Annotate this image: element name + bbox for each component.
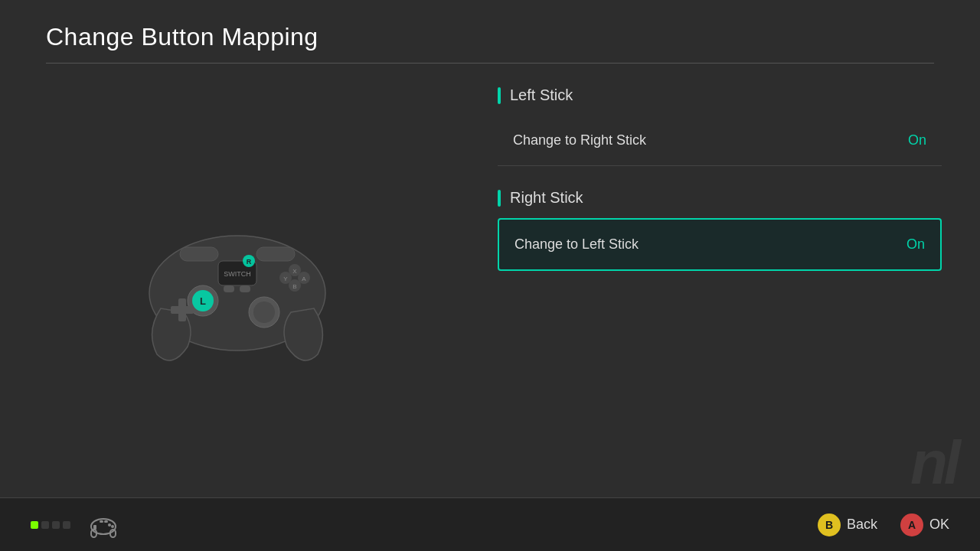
controller-svg: SWITCH L B A X Y xyxy=(130,194,345,362)
bottom-right: B Back A OK xyxy=(818,514,949,536)
svg-rect-30 xyxy=(100,520,103,523)
right-stick-section: Right Stick Change to Left Stick On xyxy=(498,189,942,271)
change-to-left-stick-value: On xyxy=(906,236,925,253)
svg-text:X: X xyxy=(292,268,297,275)
controller-illustration: SWITCH L B A X Y xyxy=(130,194,345,362)
svg-point-27 xyxy=(111,525,114,528)
bottom-left xyxy=(31,510,119,540)
header: Change Button Mapping xyxy=(0,0,980,63)
bottom-bar: B Back A OK xyxy=(0,497,980,551)
right-stick-header: Right Stick xyxy=(498,189,942,207)
controller-icon-small xyxy=(88,510,119,540)
svg-text:Y: Y xyxy=(283,276,288,282)
section-accent-right xyxy=(498,190,501,207)
change-to-left-stick-label: Change to Left Stick xyxy=(514,236,639,253)
ok-label: OK xyxy=(929,517,949,533)
section-accent-left xyxy=(498,87,501,104)
svg-text:SWITCH: SWITCH xyxy=(224,270,251,278)
back-label: Back xyxy=(847,517,877,533)
left-stick-header: Left Stick xyxy=(498,86,942,104)
svg-rect-21 xyxy=(240,285,250,292)
indicator-dots xyxy=(31,521,70,529)
svg-text:L: L xyxy=(200,295,206,307)
dot-4 xyxy=(63,521,70,529)
change-to-right-stick-value: On xyxy=(908,132,926,148)
change-to-right-stick-item[interactable]: Change to Right Stick On xyxy=(498,116,942,166)
svg-text:B: B xyxy=(292,283,296,290)
left-stick-title: Left Stick xyxy=(510,86,573,104)
dot-2 xyxy=(41,521,49,529)
svg-rect-1 xyxy=(180,247,218,261)
change-to-left-stick-item[interactable]: Change to Left Stick On xyxy=(498,218,942,271)
svg-rect-2 xyxy=(256,247,295,261)
svg-rect-11 xyxy=(178,298,186,321)
svg-point-26 xyxy=(108,523,111,527)
dot-3 xyxy=(52,521,60,529)
svg-rect-20 xyxy=(224,285,234,292)
dot-1 xyxy=(31,521,38,529)
settings-panel: Left Stick Change to Right Stick On Righ… xyxy=(475,64,980,492)
page-title: Change Button Mapping xyxy=(46,23,934,51)
watermark: nl xyxy=(910,432,957,494)
main-content: SWITCH L B A X Y xyxy=(0,64,980,492)
controller-panel: SWITCH L B A X Y xyxy=(0,64,475,492)
a-circle: A xyxy=(900,514,923,536)
svg-text:A: A xyxy=(302,276,306,282)
svg-point-9 xyxy=(253,302,275,323)
svg-rect-31 xyxy=(104,520,108,523)
svg-text:R: R xyxy=(247,258,252,266)
left-stick-section: Left Stick Change to Right Stick On xyxy=(498,86,942,166)
ok-button[interactable]: A OK xyxy=(900,514,949,536)
b-circle: B xyxy=(818,514,841,536)
change-to-right-stick-label: Change to Right Stick xyxy=(513,132,646,148)
right-stick-title: Right Stick xyxy=(510,189,583,207)
back-button[interactable]: B Back xyxy=(818,514,877,536)
